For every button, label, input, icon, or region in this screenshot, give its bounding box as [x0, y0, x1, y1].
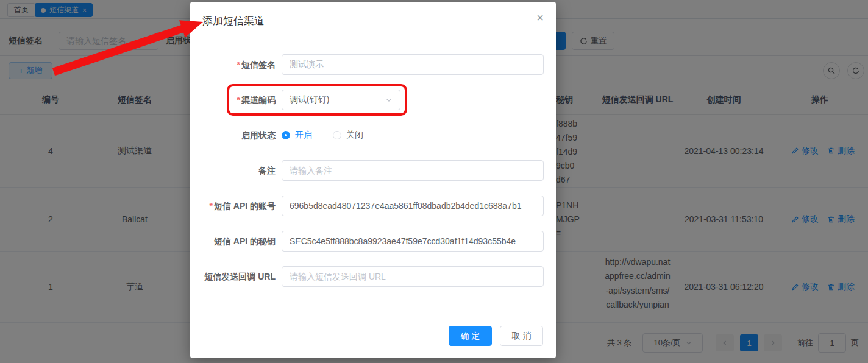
cancel-button[interactable]: 取 消 [500, 326, 543, 346]
remark-field-label: 备注 [190, 160, 276, 181]
close-icon[interactable]: × [536, 12, 544, 24]
form-row-channel-code: *渠道编码 调试(钉钉) [190, 90, 556, 110]
radio-off-label: 关闭 [346, 130, 363, 141]
confirm-button[interactable]: 确 定 [449, 326, 492, 346]
radio-selected-icon [282, 131, 290, 139]
api-secret-label: 短信 API 的秘钥 [190, 231, 276, 252]
required-asterisk: * [237, 60, 240, 69]
dialog-title: 添加短信渠道 [202, 14, 265, 28]
callback-url-input[interactable] [282, 266, 544, 287]
form-row-api-secret: 短信 API 的秘钥 [190, 231, 556, 252]
status-radio-group: 开启 关闭 [282, 125, 363, 146]
form-row-sign: *短信签名 [190, 54, 556, 75]
required-asterisk: * [209, 201, 212, 211]
radio-unselected-icon [333, 131, 341, 139]
sign-field-input[interactable] [282, 54, 544, 75]
channel-code-select[interactable]: 调试(钉钉) [282, 90, 400, 110]
callback-url-label: 短信发送回调 URL [190, 266, 276, 287]
api-account-input[interactable] [282, 196, 544, 216]
chevron-down-icon [385, 96, 393, 104]
form-row-callback-url: 短信发送回调 URL [190, 266, 556, 287]
api-secret-input[interactable] [282, 231, 544, 252]
remark-field-input[interactable] [282, 160, 544, 181]
radio-off[interactable]: 关闭 [333, 130, 363, 141]
status-field-label: 启用状态 [190, 125, 276, 146]
form-row-status: 启用状态 开启 关闭 [190, 125, 556, 146]
radio-on-label: 开启 [295, 130, 312, 141]
form-row-api-account: *短信 API 的账号 [190, 196, 556, 216]
radio-on[interactable]: 开启 [282, 130, 312, 141]
sign-field-label: *短信签名 [190, 54, 276, 75]
add-sms-channel-dialog: 添加短信渠道 × *短信签名 *渠道编码 调试(钉钉) 启用状态 开启 [190, 2, 556, 358]
api-account-label: *短信 API 的账号 [190, 196, 276, 216]
channel-code-label: *渠道编码 [190, 90, 276, 110]
required-asterisk: * [237, 95, 240, 105]
app-root: 首页 短信渠道 × 短信签名 启用状态 重置 + 新增 [0, 0, 868, 363]
channel-code-value: 调试(钉钉) [290, 94, 329, 105]
form-row-remark: 备注 [190, 160, 556, 181]
